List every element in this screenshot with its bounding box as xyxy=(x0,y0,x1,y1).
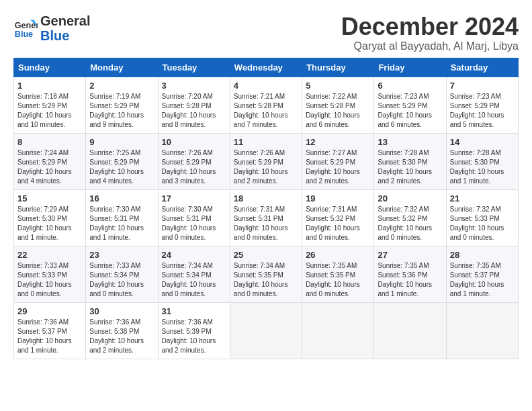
day-number: 3 xyxy=(162,81,226,91)
day-number: 7 xyxy=(450,81,515,91)
day-info: Sunrise: 7:19 AM Sunset: 5:29 PM Dayligh… xyxy=(89,92,154,130)
calendar-week-row: 1Sunrise: 7:18 AM Sunset: 5:29 PM Daylig… xyxy=(14,77,519,133)
day-number: 26 xyxy=(306,250,370,260)
day-number: 6 xyxy=(378,81,442,91)
logo-icon: General Blue xyxy=(13,16,38,40)
weekday-header-cell: Sunday xyxy=(14,58,86,77)
calendar-cell xyxy=(374,302,446,359)
day-info: Sunrise: 7:32 AM Sunset: 5:32 PM Dayligh… xyxy=(378,205,442,242)
calendar-cell: 20Sunrise: 7:32 AM Sunset: 5:32 PM Dayli… xyxy=(374,189,446,246)
day-info: Sunrise: 7:36 AM Sunset: 5:37 PM Dayligh… xyxy=(17,318,82,355)
calendar-cell: 30Sunrise: 7:36 AM Sunset: 5:38 PM Dayli… xyxy=(86,302,158,359)
day-info: Sunrise: 7:34 AM Sunset: 5:34 PM Dayligh… xyxy=(162,261,226,299)
calendar-cell: 26Sunrise: 7:35 AM Sunset: 5:35 PM Dayli… xyxy=(302,246,374,302)
calendar-cell: 7Sunrise: 7:23 AM Sunset: 5:29 PM Daylig… xyxy=(446,77,518,133)
calendar-cell: 9Sunrise: 7:25 AM Sunset: 5:29 PM Daylig… xyxy=(86,133,158,189)
day-info: Sunrise: 7:35 AM Sunset: 5:35 PM Dayligh… xyxy=(306,261,370,299)
day-info: Sunrise: 7:24 AM Sunset: 5:29 PM Dayligh… xyxy=(17,148,82,186)
day-number: 8 xyxy=(17,137,82,147)
day-info: Sunrise: 7:35 AM Sunset: 5:36 PM Dayligh… xyxy=(378,261,442,299)
calendar-cell: 14Sunrise: 7:28 AM Sunset: 5:30 PM Dayli… xyxy=(446,133,518,189)
day-info: Sunrise: 7:31 AM Sunset: 5:32 PM Dayligh… xyxy=(306,205,370,242)
title-block: December 2024 Qaryat al Bayyadah, Al Mar… xyxy=(341,13,519,52)
day-number: 21 xyxy=(450,193,515,203)
calendar-cell: 25Sunrise: 7:34 AM Sunset: 5:35 PM Dayli… xyxy=(230,246,302,302)
svg-text:Blue: Blue xyxy=(15,30,33,39)
calendar-cell: 29Sunrise: 7:36 AM Sunset: 5:37 PM Dayli… xyxy=(14,302,86,359)
day-info: Sunrise: 7:27 AM Sunset: 5:29 PM Dayligh… xyxy=(306,148,370,186)
day-info: Sunrise: 7:34 AM Sunset: 5:35 PM Dayligh… xyxy=(234,261,298,299)
day-info: Sunrise: 7:32 AM Sunset: 5:33 PM Dayligh… xyxy=(450,205,515,242)
logo-general-text: General xyxy=(40,13,90,28)
month-title: December 2024 xyxy=(341,13,519,40)
day-number: 29 xyxy=(17,306,82,316)
calendar-cell: 17Sunrise: 7:30 AM Sunset: 5:31 PM Dayli… xyxy=(158,189,230,246)
weekday-header-row: SundayMondayTuesdayWednesdayThursdayFrid… xyxy=(14,58,519,77)
calendar-body: 1Sunrise: 7:18 AM Sunset: 5:29 PM Daylig… xyxy=(14,77,519,359)
calendar-cell: 3Sunrise: 7:20 AM Sunset: 5:28 PM Daylig… xyxy=(158,77,230,133)
day-info: Sunrise: 7:29 AM Sunset: 5:30 PM Dayligh… xyxy=(17,205,82,242)
day-number: 16 xyxy=(89,193,154,203)
day-info: Sunrise: 7:26 AM Sunset: 5:29 PM Dayligh… xyxy=(162,148,226,186)
calendar-cell: 27Sunrise: 7:35 AM Sunset: 5:36 PM Dayli… xyxy=(374,246,446,302)
day-info: Sunrise: 7:36 AM Sunset: 5:39 PM Dayligh… xyxy=(162,318,226,355)
weekday-header-cell: Friday xyxy=(374,58,446,77)
day-number: 20 xyxy=(378,193,442,203)
weekday-header-cell: Thursday xyxy=(302,58,374,77)
day-number: 1 xyxy=(17,81,82,91)
day-info: Sunrise: 7:23 AM Sunset: 5:29 PM Dayligh… xyxy=(450,92,515,130)
day-info: Sunrise: 7:22 AM Sunset: 5:28 PM Dayligh… xyxy=(306,92,370,130)
day-info: Sunrise: 7:35 AM Sunset: 5:37 PM Dayligh… xyxy=(450,261,515,299)
day-number: 31 xyxy=(162,306,226,316)
day-info: Sunrise: 7:33 AM Sunset: 5:33 PM Dayligh… xyxy=(17,261,82,299)
calendar-cell: 6Sunrise: 7:23 AM Sunset: 5:29 PM Daylig… xyxy=(374,77,446,133)
calendar-cell: 28Sunrise: 7:35 AM Sunset: 5:37 PM Dayli… xyxy=(446,246,518,302)
day-number: 25 xyxy=(234,250,298,260)
calendar-table: SundayMondayTuesdayWednesdayThursdayFrid… xyxy=(13,58,519,359)
calendar-cell xyxy=(230,302,302,359)
day-number: 14 xyxy=(450,137,515,147)
day-number: 12 xyxy=(306,137,370,147)
weekday-header-cell: Monday xyxy=(86,58,158,77)
day-number: 11 xyxy=(234,137,298,147)
calendar-cell: 12Sunrise: 7:27 AM Sunset: 5:29 PM Dayli… xyxy=(302,133,374,189)
day-info: Sunrise: 7:28 AM Sunset: 5:30 PM Dayligh… xyxy=(450,148,515,186)
calendar-cell: 11Sunrise: 7:26 AM Sunset: 5:29 PM Dayli… xyxy=(230,133,302,189)
day-number: 23 xyxy=(89,250,154,260)
calendar-cell: 21Sunrise: 7:32 AM Sunset: 5:33 PM Dayli… xyxy=(446,189,518,246)
calendar-cell: 31Sunrise: 7:36 AM Sunset: 5:39 PM Dayli… xyxy=(158,302,230,359)
day-number: 15 xyxy=(17,193,82,203)
day-number: 22 xyxy=(17,250,82,260)
calendar-week-row: 8Sunrise: 7:24 AM Sunset: 5:29 PM Daylig… xyxy=(14,133,519,189)
calendar-cell: 22Sunrise: 7:33 AM Sunset: 5:33 PM Dayli… xyxy=(14,246,86,302)
day-info: Sunrise: 7:31 AM Sunset: 5:31 PM Dayligh… xyxy=(234,205,298,242)
day-number: 30 xyxy=(89,306,154,316)
day-number: 17 xyxy=(162,193,226,203)
calendar-cell: 5Sunrise: 7:22 AM Sunset: 5:28 PM Daylig… xyxy=(302,77,374,133)
calendar-week-row: 15Sunrise: 7:29 AM Sunset: 5:30 PM Dayli… xyxy=(14,189,519,246)
day-number: 18 xyxy=(234,193,298,203)
weekday-header-cell: Saturday xyxy=(446,58,518,77)
calendar-cell: 10Sunrise: 7:26 AM Sunset: 5:29 PM Dayli… xyxy=(158,133,230,189)
weekday-header-cell: Wednesday xyxy=(230,58,302,77)
calendar-cell: 24Sunrise: 7:34 AM Sunset: 5:34 PM Dayli… xyxy=(158,246,230,302)
day-info: Sunrise: 7:36 AM Sunset: 5:38 PM Dayligh… xyxy=(89,318,154,355)
day-info: Sunrise: 7:21 AM Sunset: 5:28 PM Dayligh… xyxy=(234,92,298,130)
location-title: Qaryat al Bayyadah, Al Marj, Libya xyxy=(341,40,519,52)
logo-blue-text: Blue xyxy=(40,28,90,43)
calendar-cell: 13Sunrise: 7:28 AM Sunset: 5:30 PM Dayli… xyxy=(374,133,446,189)
calendar-cell: 15Sunrise: 7:29 AM Sunset: 5:30 PM Dayli… xyxy=(14,189,86,246)
day-number: 13 xyxy=(378,137,442,147)
day-number: 4 xyxy=(234,81,298,91)
day-number: 19 xyxy=(306,193,370,203)
calendar-cell: 16Sunrise: 7:30 AM Sunset: 5:31 PM Dayli… xyxy=(86,189,158,246)
calendar-cell: 4Sunrise: 7:21 AM Sunset: 5:28 PM Daylig… xyxy=(230,77,302,133)
day-info: Sunrise: 7:28 AM Sunset: 5:30 PM Dayligh… xyxy=(378,148,442,186)
day-info: Sunrise: 7:23 AM Sunset: 5:29 PM Dayligh… xyxy=(378,92,442,130)
day-info: Sunrise: 7:25 AM Sunset: 5:29 PM Dayligh… xyxy=(89,148,154,186)
day-info: Sunrise: 7:26 AM Sunset: 5:29 PM Dayligh… xyxy=(234,148,298,186)
calendar-cell xyxy=(446,302,518,359)
calendar-cell xyxy=(302,302,374,359)
day-info: Sunrise: 7:33 AM Sunset: 5:34 PM Dayligh… xyxy=(89,261,154,299)
day-number: 24 xyxy=(162,250,226,260)
